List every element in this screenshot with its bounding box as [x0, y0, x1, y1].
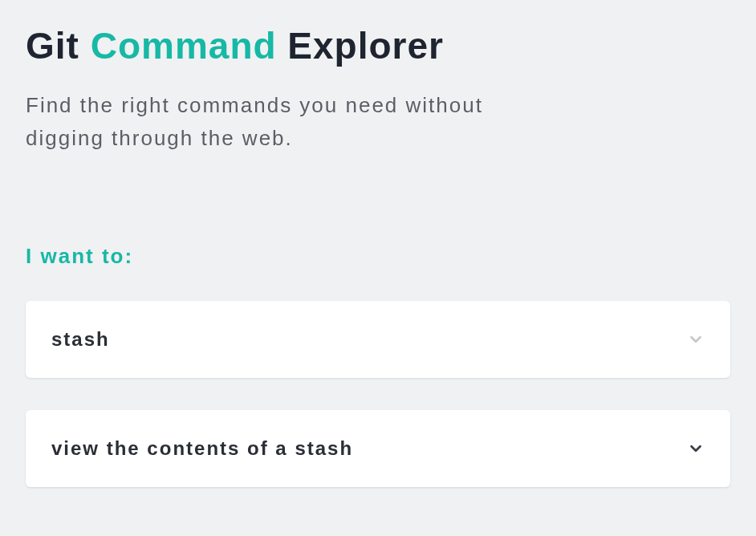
page-subtitle: Find the right commands you need without…: [26, 89, 507, 156]
title-part-git: Git: [26, 25, 91, 67]
dropdown-action[interactable]: stash: [26, 301, 730, 378]
title-part-explorer: Explorer: [277, 25, 444, 67]
dropdown-suboption-value: view the contents of a stash: [51, 437, 353, 460]
dropdown-suboption[interactable]: view the contents of a stash: [26, 410, 730, 487]
title-part-command: Command: [91, 25, 277, 67]
chevron-down-icon: [687, 331, 705, 348]
page-title: Git Command Explorer: [26, 26, 730, 67]
prompt-label: I want to:: [26, 244, 730, 269]
dropdown-action-value: stash: [51, 328, 110, 351]
chevron-down-icon: [687, 440, 705, 457]
